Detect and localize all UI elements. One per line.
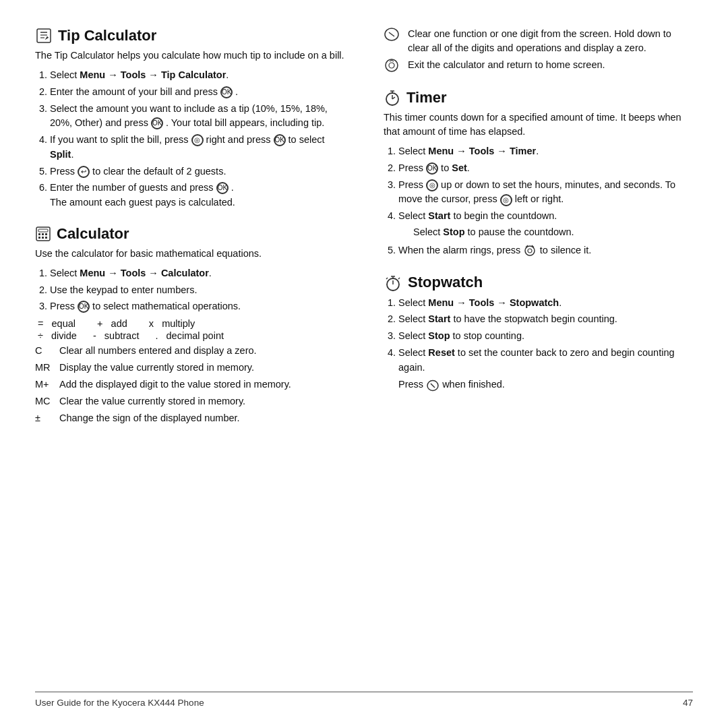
stopwatch-step-4: Select Reset to set the counter back to … bbox=[398, 346, 693, 392]
sym-c: C bbox=[35, 344, 59, 358]
calc-step-3: Press OK to select mathematical operatio… bbox=[50, 299, 344, 314]
stopwatch-section: Stopwatch Select Menu → Tools → Stopwatc… bbox=[384, 273, 693, 393]
svg-line-29 bbox=[398, 278, 400, 279]
stopwatch-step-4-cont: Press when finished. bbox=[398, 377, 693, 392]
stopwatch-step-1-bold: Menu → Tools → Stopwatch bbox=[428, 297, 559, 308]
svg-line-30 bbox=[386, 278, 388, 279]
svg-point-22 bbox=[528, 249, 532, 253]
svg-rect-6 bbox=[38, 233, 40, 235]
timer-step-2: Press OK to Set. bbox=[398, 161, 693, 176]
timer-section: Timer This timer counts down for a speci… bbox=[384, 89, 693, 258]
timer-steps: Select Menu → Tools → Timer. Press OK to… bbox=[384, 144, 693, 258]
ok-icon-3: OK bbox=[274, 134, 286, 146]
start-bold-2: Start bbox=[428, 313, 450, 324]
timer-heading: Timer bbox=[406, 89, 447, 107]
stopwatch-icon bbox=[384, 273, 402, 292]
nav-icon-2: ◎ bbox=[426, 179, 438, 191]
sym-mc-text: Clear the value currently stored in memo… bbox=[59, 394, 344, 408]
calc-step-2: Use the keypad to enter numbers. bbox=[50, 283, 344, 298]
sym-plusminus-text: Change the sign of the displayed number. bbox=[59, 411, 344, 425]
set-bold: Set bbox=[452, 162, 467, 173]
svg-rect-8 bbox=[45, 233, 47, 235]
svg-rect-5 bbox=[38, 229, 48, 232]
calculator-section: Calculator Use the calculator for basic … bbox=[35, 225, 344, 425]
sym-mr-text: Display the value currently stored in me… bbox=[59, 361, 344, 375]
sym-mplus-text: Add the displayed digit to the value sto… bbox=[59, 377, 344, 392]
tip-calculator-heading: Tip Calculator bbox=[58, 27, 156, 44]
timer-title: Timer bbox=[384, 89, 693, 107]
left-column: Tip Calculator The Tip Calculator helps … bbox=[35, 27, 357, 686]
sym-subtract: - subtract bbox=[93, 330, 140, 341]
page: Tip Calculator The Tip Calculator helps … bbox=[0, 0, 728, 728]
calculator-title: Calculator bbox=[35, 225, 344, 243]
sym-equal: = equal bbox=[38, 318, 75, 329]
right-column: Clear one function or one digit from the… bbox=[381, 27, 693, 686]
tip-step-3: Select the amount you want to include as… bbox=[50, 102, 344, 131]
timer-step-1-bold: Menu → Tools → Timer bbox=[428, 146, 536, 156]
svg-line-13 bbox=[389, 32, 394, 36]
svg-rect-7 bbox=[42, 233, 44, 235]
tip-step-6-cont: The amount each guest pays is calculated… bbox=[50, 197, 235, 208]
tip-step-4: If you want to split the bill, press ◎ r… bbox=[50, 133, 344, 162]
sym-decimal: . decimal point bbox=[155, 330, 224, 341]
stopwatch-step-2: Select Start to have the stopwatch begin… bbox=[398, 312, 693, 327]
tip-calculator-section: Tip Calculator The Tip Calculator helps … bbox=[35, 27, 344, 210]
svg-rect-0 bbox=[37, 29, 51, 42]
sym-c-text: Clear all numbers entered and display a … bbox=[59, 344, 344, 358]
ok-icon-4: OK bbox=[216, 182, 229, 194]
nav-icon-3: ◎ bbox=[500, 194, 512, 206]
alarm-icon bbox=[523, 244, 539, 255]
nav-icon-1: ◎ bbox=[191, 134, 204, 146]
timer-desc: This timer counts down for a specified a… bbox=[384, 111, 693, 139]
stopwatch-step-1: Select Menu → Tools → Stopwatch. bbox=[398, 296, 693, 311]
clear-digit-text: Clear one function or one digit from the… bbox=[408, 27, 693, 55]
split-bold: Split bbox=[50, 149, 71, 160]
stopwatch-title: Stopwatch bbox=[384, 273, 693, 292]
tip-step-1-bold: Menu → Tools → Tip Calculator bbox=[80, 69, 226, 80]
symbol-table: = equal + add x multiply ÷ divide - subt… bbox=[38, 318, 344, 341]
timer-step-5: When the alarm rings, press to silence i… bbox=[398, 242, 693, 258]
page-footer: User Guide for the Kyocera KX444 Phone 4… bbox=[35, 692, 693, 708]
start-bold-1: Start bbox=[428, 210, 450, 221]
svg-point-21 bbox=[525, 246, 535, 255]
svg-rect-10 bbox=[42, 237, 44, 239]
tip-step-2: Enter the amount of your bill and press … bbox=[50, 85, 344, 100]
timer-step-3: Press ◎ up or down to set the hours, min… bbox=[398, 178, 693, 208]
stopwatch-steps: Select Menu → Tools → Stopwatch. Select … bbox=[384, 296, 693, 393]
ok-icon-6: OK bbox=[426, 162, 438, 175]
stop-bold-1: Stop bbox=[443, 226, 464, 237]
calc-bullet-c: C Clear all numbers entered and display … bbox=[35, 344, 344, 358]
reset-bold: Reset bbox=[428, 347, 455, 358]
stopwatch-heading: Stopwatch bbox=[408, 274, 483, 291]
calc-icon-bullet-1: Clear one function or one digit from the… bbox=[384, 27, 693, 55]
calc-icon-bullets: Clear one function or one digit from the… bbox=[384, 27, 693, 77]
footer-right: 47 bbox=[683, 698, 693, 708]
calc-icon-bullet-2: Exit the calculator and return to home s… bbox=[384, 58, 693, 77]
tip-step-5: Press ↩ to clear the default of 2 guests… bbox=[50, 164, 344, 179]
main-columns: Tip Calculator The Tip Calculator helps … bbox=[35, 27, 693, 686]
stopwatch-step-3: Select Stop to stop counting. bbox=[398, 329, 693, 344]
svg-point-14 bbox=[386, 59, 398, 71]
calc-bullet-mc: MC Clear the value currently stored in m… bbox=[35, 394, 344, 408]
sym-mc: MC bbox=[35, 394, 59, 408]
back-icon-1: ↩ bbox=[78, 166, 90, 178]
tip-calculator-desc: The Tip Calculator helps you calculate h… bbox=[35, 49, 344, 63]
sym-mplus: M+ bbox=[35, 377, 59, 392]
calc-step-1: Select Menu → Tools → Calculator. bbox=[50, 266, 344, 281]
footer-left: User Guide for the Kyocera KX444 Phone bbox=[35, 698, 204, 708]
sym-mr: MR bbox=[35, 361, 59, 375]
calculator-icon bbox=[35, 226, 51, 242]
ok-icon-5: OK bbox=[78, 301, 90, 313]
svg-rect-9 bbox=[38, 237, 40, 239]
tip-calculator-title: Tip Calculator bbox=[35, 27, 344, 44]
calc-step-1-bold: Menu → Tools → Calculator bbox=[80, 268, 208, 278]
timer-step-4: Select Start to begin the countdown. Sel… bbox=[398, 209, 693, 240]
stop-bold-2: Stop bbox=[428, 330, 450, 341]
sym-plusminus: ± bbox=[35, 411, 59, 425]
calc-bullet-plusminus: ± Change the sign of the displayed numbe… bbox=[35, 411, 344, 425]
ok-icon-1: OK bbox=[220, 86, 233, 98]
tip-calculator-steps: Select Menu → Tools → Tip Calculator. En… bbox=[35, 68, 344, 210]
timer-step-1: Select Menu → Tools → Timer. bbox=[398, 144, 693, 159]
timer-stop-text: Select Stop to pause the countdown. bbox=[413, 225, 693, 240]
sym-divide: ÷ divide bbox=[38, 330, 77, 341]
